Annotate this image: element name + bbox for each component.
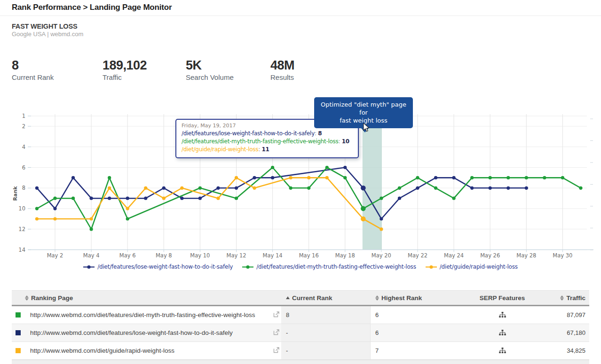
external-link-icon[interactable]	[273, 329, 279, 335]
data-point[interactable]	[361, 206, 366, 211]
legend-marker-icon	[83, 265, 95, 269]
data-point[interactable]	[53, 197, 56, 200]
data-point[interactable]	[470, 186, 474, 190]
data-point[interactable]	[90, 217, 93, 220]
stat-label: Results	[270, 73, 294, 81]
data-point[interactable]	[289, 186, 293, 190]
legend-item-0[interactable]: /diet/features/lose-weight-fast-how-to-d…	[83, 263, 233, 270]
data-point[interactable]	[325, 176, 329, 179]
data-point[interactable]	[452, 197, 456, 200]
data-point[interactable]	[489, 186, 492, 190]
data-point[interactable]	[380, 227, 383, 231]
data-point[interactable]	[506, 186, 510, 190]
data-point[interactable]	[126, 207, 129, 210]
data-point[interactable]	[325, 166, 329, 169]
legend-item-1[interactable]: /diet/features/diet-myth-truth-fasting-e…	[242, 263, 416, 270]
table-row[interactable]: http://www.webmd.com/diet/features/diet-…	[12, 306, 589, 324]
data-point[interactable]	[253, 186, 256, 190]
data-point[interactable]	[489, 176, 492, 179]
data-point[interactable]	[434, 176, 437, 179]
tooltip-row: /diet/guide/rapid-weight-loss: 11	[182, 146, 353, 154]
sitelinks-serp-feature-icon[interactable]	[499, 348, 506, 354]
data-point[interactable]	[108, 186, 111, 190]
sort-icon	[560, 295, 564, 301]
column-header-traffic[interactable]: Traffic	[545, 294, 589, 302]
column-label: Current Rank	[292, 294, 332, 302]
ranking-page-url[interactable]: http://www.webmd.com/diet/guide/rapid-we…	[30, 347, 174, 354]
data-point[interactable]	[525, 176, 528, 179]
data-point[interactable]	[361, 217, 366, 222]
legend-item-2[interactable]: /diet/guide/rapid-weight-loss	[426, 263, 518, 270]
open-url-button[interactable]	[273, 347, 279, 355]
ranking-page-url[interactable]: http://www.webmd.com/diet/features/diet-…	[30, 311, 255, 318]
data-point[interactable]	[380, 217, 383, 220]
series-color-swatch	[16, 330, 21, 335]
legend-marker-icon	[426, 265, 437, 269]
data-point[interactable]	[198, 186, 202, 190]
data-point[interactable]	[506, 176, 510, 179]
data-point[interactable]	[416, 176, 419, 179]
data-point[interactable]	[235, 176, 238, 179]
serp-features-cell	[460, 312, 545, 318]
data-point[interactable]	[90, 197, 93, 200]
data-point[interactable]	[126, 217, 129, 220]
data-point[interactable]	[180, 186, 183, 190]
data-point[interactable]	[108, 197, 111, 200]
data-point[interactable]	[343, 176, 347, 179]
data-point[interactable]	[470, 176, 474, 179]
data-point[interactable]	[289, 176, 293, 179]
data-point[interactable]	[235, 186, 238, 190]
data-point[interactable]	[144, 197, 147, 200]
data-point[interactable]	[144, 186, 147, 190]
data-point[interactable]	[361, 186, 366, 191]
highest-rank-cell: 6	[371, 311, 460, 318]
x-tick-label: May 12	[226, 252, 246, 259]
data-point[interactable]	[307, 186, 310, 190]
data-point[interactable]	[108, 176, 111, 179]
sitelinks-serp-feature-icon[interactable]	[499, 312, 506, 318]
table-row[interactable]: http://www.webmd.com/diet/guide/rapid-we…	[12, 342, 589, 360]
data-point[interactable]	[416, 186, 419, 190]
data-point[interactable]	[35, 217, 39, 220]
column-header-current-rank[interactable]: Current Rank	[281, 294, 371, 302]
data-point[interactable]	[271, 176, 274, 179]
open-url-button[interactable]	[273, 311, 279, 319]
data-point[interactable]	[162, 197, 166, 200]
data-point[interactable]	[398, 197, 401, 200]
table-row[interactable]: http://www.webmd.com/diet/features/lose-…	[12, 324, 589, 342]
data-point[interactable]	[543, 176, 546, 179]
data-point[interactable]	[235, 197, 238, 200]
sitelinks-serp-feature-icon[interactable]	[499, 330, 506, 336]
data-point[interactable]	[35, 186, 39, 190]
external-link-icon[interactable]	[273, 311, 279, 318]
data-point[interactable]	[579, 186, 582, 190]
data-point[interactable]	[90, 227, 93, 231]
data-point[interactable]	[307, 176, 310, 179]
data-point[interactable]	[71, 197, 75, 200]
data-point[interactable]	[253, 176, 256, 179]
data-point[interactable]	[452, 176, 456, 179]
data-point[interactable]	[271, 166, 274, 169]
data-point[interactable]	[71, 176, 75, 179]
data-point[interactable]	[398, 186, 401, 190]
data-point[interactable]	[561, 176, 564, 179]
data-point[interactable]	[126, 197, 129, 200]
data-point[interactable]	[343, 166, 347, 169]
external-link-icon[interactable]	[273, 347, 279, 353]
column-header-ranking-page[interactable]: Ranking Page	[12, 294, 281, 302]
data-point[interactable]	[162, 186, 166, 190]
data-point[interactable]	[53, 217, 56, 220]
x-tick-label: May 28	[516, 252, 536, 259]
ranking-page-url[interactable]: http://www.webmd.com/diet/features/lose-…	[30, 329, 233, 336]
data-point[interactable]	[380, 197, 383, 200]
data-point[interactable]	[434, 186, 437, 190]
open-url-button[interactable]	[273, 329, 279, 337]
data-point[interactable]	[216, 186, 220, 190]
data-point[interactable]	[216, 197, 220, 200]
data-point[interactable]	[198, 197, 202, 200]
data-point[interactable]	[180, 197, 183, 200]
data-point[interactable]	[35, 207, 39, 210]
data-point[interactable]	[53, 207, 56, 210]
data-point[interactable]	[525, 186, 528, 190]
column-header-highest-rank[interactable]: Highest Rank	[371, 294, 460, 302]
